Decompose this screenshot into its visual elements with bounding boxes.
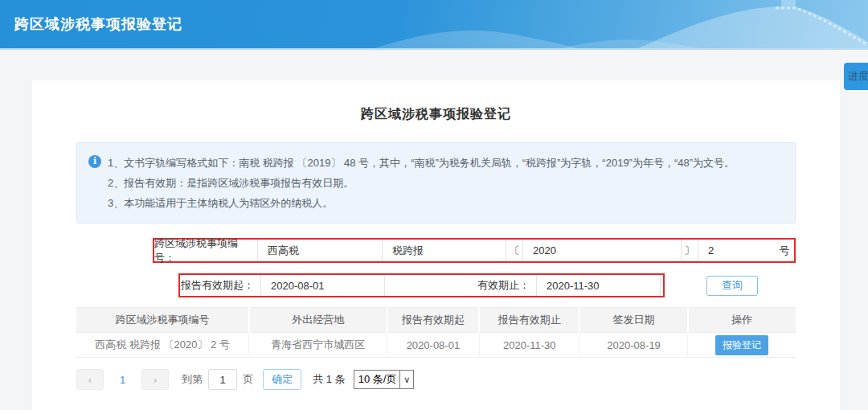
mountain-greatwall-graphic xyxy=(370,0,868,50)
results-table: 跨区域涉税事项编号 外出经营地 报告有效期起 报告有效期止 签发日期 操作 西高… xyxy=(76,307,796,358)
query-form: 跨区域涉税事项编号： 西高税 税跨报 〔 2020 〕 2 号 报告有效期起： … xyxy=(32,238,840,297)
cell-number: 西高税 税跨报 〔2020〕 2 号 xyxy=(76,333,249,358)
region-code-field[interactable]: 西高税 xyxy=(257,240,382,261)
col-header-start: 报告有效期起 xyxy=(387,308,480,333)
table-header-row: 跨区域涉税事项编号 外出经营地 报告有效期起 报告有效期止 签发日期 操作 xyxy=(76,308,796,333)
total-count-label: 共 1 条 xyxy=(313,372,345,387)
page-size-value: 10 条/页 xyxy=(354,371,400,388)
cell-start: 2020-08-01 xyxy=(387,333,480,358)
col-header-end: 报告有效期止 xyxy=(479,308,579,333)
confirm-page-button[interactable]: 确定 xyxy=(263,369,301,390)
cell-place: 青海省西宁市城西区 xyxy=(249,333,387,358)
col-header-place: 外出经营地 xyxy=(249,308,387,333)
goto-page-label: 到第 xyxy=(182,372,203,387)
notice-line-2: 2、报告有效期：是指跨区域涉税事项报告有效日期。 xyxy=(108,173,735,193)
page-unit-label: 页 xyxy=(243,372,253,387)
page-size-select[interactable]: 10 条/页 ∨ xyxy=(354,370,415,389)
highlight-box-number-row: 跨区域涉税事项编号： 西高税 税跨报 〔 2020 〕 2 号 xyxy=(153,238,796,263)
chevron-down-icon: ∨ xyxy=(399,371,413,388)
bracket-open: 〔 xyxy=(506,240,522,261)
cell-issue-date: 2020-08-19 xyxy=(579,333,687,358)
progress-side-tab[interactable]: 进度 xyxy=(844,63,868,90)
number-label: 跨区域涉税事项编号： xyxy=(154,240,257,261)
main-card: 跨区域涉税事项报验登记 i 1、文书字轨编写格式如下：南税 税跨报 〔2019〕… xyxy=(32,80,840,410)
start-date-label: 报告有效期起： xyxy=(180,275,260,296)
end-date-label: 有效期止： xyxy=(473,275,536,296)
number-suffix: 号 xyxy=(775,240,794,261)
current-page-number[interactable]: 1 xyxy=(120,374,125,386)
notice-line-1: 1、文书字轨编写格式如下：南税 税跨报 〔2019〕 48 号，其中，“南税”为… xyxy=(108,153,735,173)
inspect-register-button[interactable]: 报验登记 xyxy=(715,335,768,355)
bracket-close: 〕 xyxy=(682,240,698,261)
pagination: ‹ 1 › 到第 页 确定 共 1 条 10 条/页 ∨ xyxy=(76,369,796,390)
sequence-field[interactable]: 2 xyxy=(698,240,775,261)
next-page-button[interactable]: › xyxy=(141,369,169,390)
doc-type-field[interactable]: 税跨报 xyxy=(382,240,506,261)
col-header-number: 跨区域涉税事项编号 xyxy=(76,308,249,333)
date-row-spacer xyxy=(385,275,473,296)
query-button[interactable]: 查询 xyxy=(706,276,758,296)
table-row: 西高税 税跨报 〔2020〕 2 号 青海省西宁市城西区 2020-08-01 … xyxy=(76,333,796,358)
col-header-action: 操作 xyxy=(688,308,796,333)
end-date-field[interactable]: 2020-11-30 xyxy=(536,275,661,296)
cell-end: 2020-11-30 xyxy=(479,333,579,358)
top-banner: 跨区域涉税事项报验登记 xyxy=(0,0,868,50)
page-title: 跨区域涉税事项报验登记 xyxy=(32,80,840,123)
start-date-field[interactable]: 2020-08-01 xyxy=(260,275,385,296)
goto-page-input[interactable] xyxy=(208,369,237,390)
col-header-issue-date: 签发日期 xyxy=(579,308,687,333)
prev-page-button[interactable]: ‹ xyxy=(76,369,104,390)
highlight-box-date-row: 报告有效期起： 2020-08-01 有效期止： 2020-11-30 xyxy=(178,273,665,297)
year-field[interactable]: 2020 xyxy=(522,240,682,261)
date-row-wrap: 报告有效期起： 2020-08-01 有效期止： 2020-11-30 查询 xyxy=(32,273,840,297)
notice-box: i 1、文书字轨编写格式如下：南税 税跨报 〔2019〕 48 号，其中，“南税… xyxy=(76,142,796,223)
page-header-title: 跨区域涉税事项报验登记 xyxy=(14,14,182,34)
info-icon: i xyxy=(88,155,101,168)
notice-line-3: 3、本功能适用于主体纳税人为辖区外的纳税人。 xyxy=(108,193,735,213)
notice-lines: 1、文书字轨编写格式如下：南税 税跨报 〔2019〕 48 号，其中，“南税”为… xyxy=(108,153,735,213)
